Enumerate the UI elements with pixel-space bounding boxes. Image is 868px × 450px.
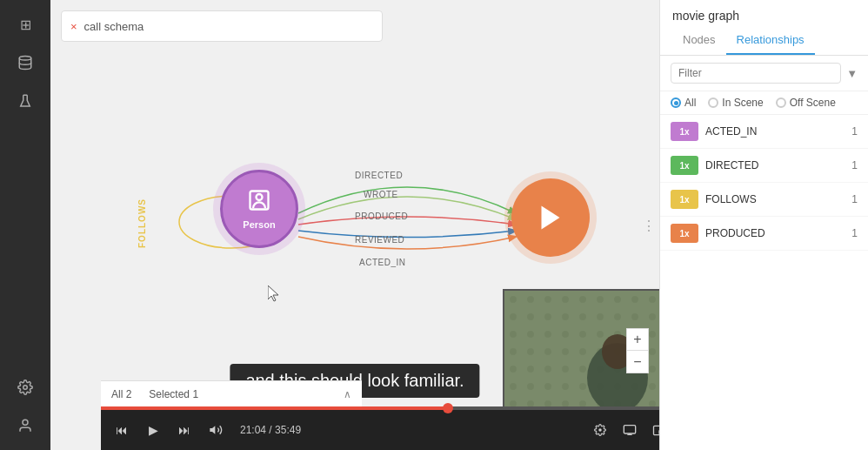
follows-count: 1 [851, 193, 858, 205]
svg-point-2 [23, 420, 28, 425]
acted-in-label: ACTED_IN [359, 258, 405, 267]
directed-count: 1 [851, 159, 858, 171]
rel-item-directed[interactable]: 1x DIRECTED 1 [660, 149, 868, 183]
all-count: All 2 [111, 388, 131, 400]
follows-label: FOLLOWS [137, 198, 147, 248]
panel-title: movie graph [660, 0, 868, 26]
pip-button[interactable] [649, 420, 659, 440]
produced-name: PRODUCED [705, 227, 845, 239]
search-bar[interactable]: × call schema [61, 10, 383, 42]
panel-divider-dots: ⋮ [642, 218, 658, 234]
wrote-label: WROTE [364, 190, 398, 199]
person-node-label: Person [243, 219, 275, 230]
svg-point-0 [19, 57, 31, 61]
play-button[interactable]: ▶ [143, 420, 164, 440]
svg-rect-12 [654, 426, 660, 434]
radio-off-scene[interactable]: Off Scene [776, 97, 836, 109]
tab-nodes[interactable]: Nodes [672, 26, 726, 55]
selected-count: Selected 1 [149, 388, 198, 400]
tab-relationships[interactable]: Relationships [726, 26, 815, 55]
progress-fill [101, 406, 448, 410]
person-node[interactable]: Person [220, 170, 298, 248]
radio-all-label: All [684, 97, 696, 109]
produced-count: 1 [851, 227, 858, 239]
radio-all[interactable]: All [671, 97, 696, 109]
mouse-cursor [268, 285, 280, 303]
time-display: 21:04 / 35:49 [240, 424, 301, 436]
right-panel: movie graph Nodes Relationships ▼ All In… [659, 0, 868, 450]
svg-point-1 [23, 386, 28, 390]
prev-button[interactable]: ⏮ [111, 420, 132, 440]
video-controls: ⏮ ▶ ⏭ 21:04 / 35:49 [101, 406, 659, 450]
svg-point-5 [257, 194, 263, 200]
directed-name: DIRECTED [705, 159, 845, 171]
monitor-button[interactable] [619, 420, 640, 440]
zoom-out-button[interactable]: − [626, 351, 649, 373]
selection-bar: All 2 Selected 1 ∧ [101, 380, 362, 406]
database-icon[interactable] [10, 47, 41, 78]
rel-item-follows[interactable]: 1x FOLLOWS 1 [660, 183, 868, 217]
settings-button[interactable] [590, 420, 611, 440]
expand-button[interactable]: ∧ [344, 388, 351, 400]
filter-input[interactable] [671, 63, 841, 84]
search-query: call schema [84, 20, 373, 33]
radio-in-scene-label: In Scene [722, 97, 763, 109]
radio-row: All In Scene Off Scene [660, 91, 868, 115]
settings-icon[interactable] [10, 372, 41, 403]
filter-icon: ▼ [846, 67, 858, 80]
user-icon[interactable] [10, 410, 41, 441]
follows-badge: 1x [671, 190, 698, 209]
zoom-in-button[interactable]: + [626, 328, 649, 351]
svg-rect-9 [624, 426, 635, 433]
rel-item-acted-in[interactable]: 1x ACTED_IN 1 [660, 115, 868, 149]
radio-in-scene-indicator [708, 97, 718, 108]
acted-in-badge: 1x [671, 122, 698, 141]
progress-indicator [443, 403, 453, 413]
directed-label: DIRECTED [355, 171, 403, 180]
svg-marker-6 [542, 206, 560, 230]
svg-marker-7 [210, 426, 215, 433]
acted-in-count: 1 [851, 125, 858, 138]
volume-button[interactable] [205, 420, 226, 440]
left-sidebar: ⊞ [0, 0, 50, 450]
reviewed-label: REVIEWED [355, 235, 404, 245]
svg-point-8 [598, 428, 602, 432]
movie-node[interactable] [511, 178, 590, 257]
person-node-icon [247, 188, 271, 218]
radio-off-scene-label: Off Scene [790, 97, 836, 109]
search-clear-button[interactable]: × [70, 20, 77, 33]
radio-all-indicator [671, 97, 681, 108]
zoom-controls: + − [626, 328, 649, 373]
flask-icon[interactable] [10, 85, 41, 117]
radio-off-scene-indicator [776, 97, 786, 108]
panel-tabs: Nodes Relationships [660, 26, 868, 56]
next-button[interactable]: ⏭ [174, 420, 195, 440]
filter-row: ▼ [660, 56, 868, 91]
radio-in-scene[interactable]: In Scene [708, 97, 763, 109]
home-icon[interactable]: ⊞ [10, 9, 41, 40]
produced-badge: 1x [671, 224, 698, 243]
rel-item-produced[interactable]: 1x PRODUCED 1 [660, 217, 868, 251]
directed-badge: 1x [671, 156, 698, 175]
follows-name: FOLLOWS [705, 193, 845, 205]
progress-bar[interactable] [101, 406, 659, 410]
acted-in-name: ACTED_IN [705, 125, 845, 138]
produced-label: PRODUCED [355, 212, 408, 221]
